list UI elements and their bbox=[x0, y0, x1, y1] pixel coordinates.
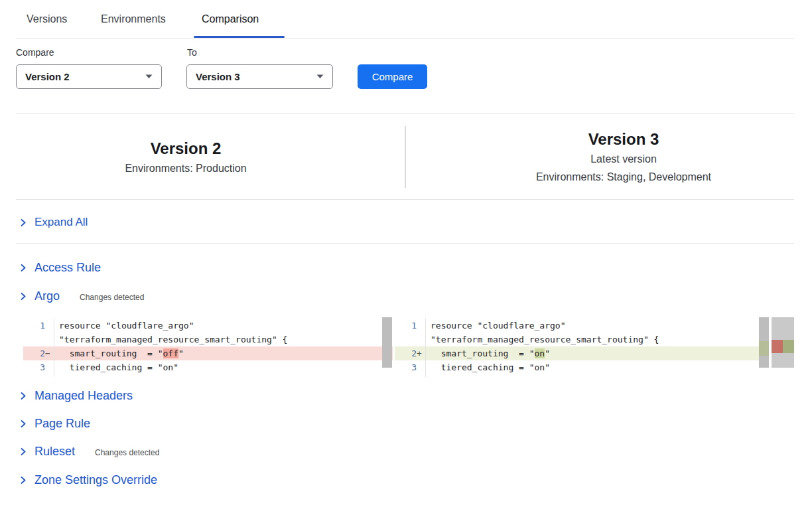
left-version-title: Version 2 bbox=[16, 138, 356, 159]
chevron-right-icon bbox=[19, 218, 27, 227]
right-version-environments: Environments: Staging, Development bbox=[438, 168, 809, 186]
chevron-right-icon bbox=[19, 263, 27, 272]
section-argo[interactable]: Argo Changes detected bbox=[19, 289, 144, 303]
right-version-title: Version 3 bbox=[438, 129, 809, 150]
chevron-right-icon bbox=[19, 447, 27, 456]
section-label: Zone Settings Override bbox=[34, 473, 157, 487]
code-line: "terraform_managed_resource_smart_routin… bbox=[426, 333, 769, 346]
code-row: 3 tiered_caching = "on" bbox=[23, 360, 393, 374]
removed-token: off bbox=[163, 348, 178, 358]
code-line: } bbox=[426, 374, 769, 377]
compare-from-value: Version 2 bbox=[25, 71, 70, 82]
compare-from-select[interactable]: Version 2 bbox=[16, 64, 162, 89]
expand-all-divider bbox=[16, 243, 794, 244]
chevron-right-icon bbox=[19, 392, 27, 400]
compare-to-select[interactable]: Version 3 bbox=[186, 64, 333, 89]
code-row: 3 tiered_caching = "on" bbox=[395, 360, 769, 374]
chevron-right-icon bbox=[19, 419, 27, 428]
scrollbar-thumb[interactable] bbox=[382, 317, 392, 368]
removed-code-row: 2− smart_routing = "off" bbox=[23, 346, 393, 360]
tab-comparison[interactable]: Comparison bbox=[202, 13, 259, 25]
diff-minimap[interactable] bbox=[772, 317, 794, 368]
changes-detected-badge: Changes detected bbox=[95, 446, 159, 457]
header-top-divider bbox=[16, 113, 794, 114]
changes-detected-badge: Changes detected bbox=[80, 291, 144, 302]
section-page-rule[interactable]: Page Rule bbox=[19, 417, 90, 431]
compare-button[interactable]: Compare bbox=[358, 64, 427, 89]
section-label: Argo bbox=[34, 289, 60, 303]
code-row: 1 resource "cloudflare_argo" bbox=[395, 319, 769, 333]
code-line: smart_routing = "off" bbox=[54, 346, 393, 360]
section-label: Access Rule bbox=[34, 261, 101, 275]
dropdown-caret-icon bbox=[316, 74, 324, 79]
code-row: } bbox=[395, 374, 769, 377]
to-label: To bbox=[187, 47, 197, 58]
tab-versions[interactable]: Versions bbox=[27, 13, 67, 25]
compare-to-value: Version 3 bbox=[196, 71, 240, 82]
chevron-right-icon bbox=[19, 292, 27, 301]
chevron-right-icon bbox=[19, 476, 27, 485]
right-version-subtitle: Latest version bbox=[438, 150, 809, 168]
added-code-row: 2+ smart_routing = "on" bbox=[395, 346, 769, 360]
diff-editor-left: 1 resource "cloudflare_argo" "terraform_… bbox=[23, 317, 393, 377]
dropdown-caret-icon bbox=[145, 74, 153, 79]
section-zone-settings-override[interactable]: Zone Settings Override bbox=[19, 473, 157, 487]
scrollbar-diff-marker bbox=[759, 341, 769, 356]
added-token: on bbox=[535, 348, 545, 358]
code-line: resource "cloudflare_argo" bbox=[54, 319, 393, 333]
header-bottom-divider bbox=[16, 199, 794, 200]
code-line: tiered_caching = "on" bbox=[54, 360, 393, 374]
code-line: tiered_caching = "on" bbox=[426, 360, 769, 374]
code-line: } bbox=[54, 374, 393, 377]
minimap-removed-marker bbox=[772, 340, 783, 353]
scrollbar-thumb[interactable] bbox=[759, 317, 769, 368]
section-managed-headers[interactable]: Managed Headers bbox=[19, 389, 133, 403]
code-row-wrapped: "terraform_managed_resource_smart_routin… bbox=[395, 333, 769, 346]
expand-all-button[interactable]: Expand All bbox=[19, 216, 88, 229]
code-line: resource "cloudflare_argo" bbox=[426, 319, 769, 333]
code-row: 1 resource "cloudflare_argo" bbox=[23, 319, 393, 333]
section-ruleset[interactable]: Ruleset Changes detected bbox=[19, 445, 159, 459]
tabbar-divider bbox=[16, 38, 794, 38]
version-panels-divider bbox=[405, 126, 406, 188]
code-line: "terraform_managed_resource_smart_routin… bbox=[54, 333, 393, 346]
expand-all-label: Expand All bbox=[34, 216, 88, 229]
code-row: } bbox=[23, 374, 393, 377]
section-label: Ruleset bbox=[34, 445, 75, 459]
section-access-rule[interactable]: Access Rule bbox=[19, 261, 101, 275]
code-row-wrapped: "terraform_managed_resource_smart_routin… bbox=[23, 333, 393, 346]
left-version-environments: Environments: Production bbox=[16, 159, 356, 177]
code-line: smart_routing = "on" bbox=[426, 346, 769, 360]
left-version-header: Version 2 Environments: Production bbox=[16, 138, 356, 177]
section-label: Managed Headers bbox=[34, 389, 133, 403]
compare-label: Compare bbox=[16, 47, 54, 58]
tab-environments[interactable]: Environments bbox=[101, 13, 166, 25]
minimap-added-marker bbox=[783, 340, 794, 353]
diff-editor-right: 1 resource "cloudflare_argo" "terraform_… bbox=[395, 317, 769, 377]
right-version-header: Version 3 Latest version Environments: S… bbox=[438, 129, 809, 186]
section-label: Page Rule bbox=[34, 417, 90, 431]
